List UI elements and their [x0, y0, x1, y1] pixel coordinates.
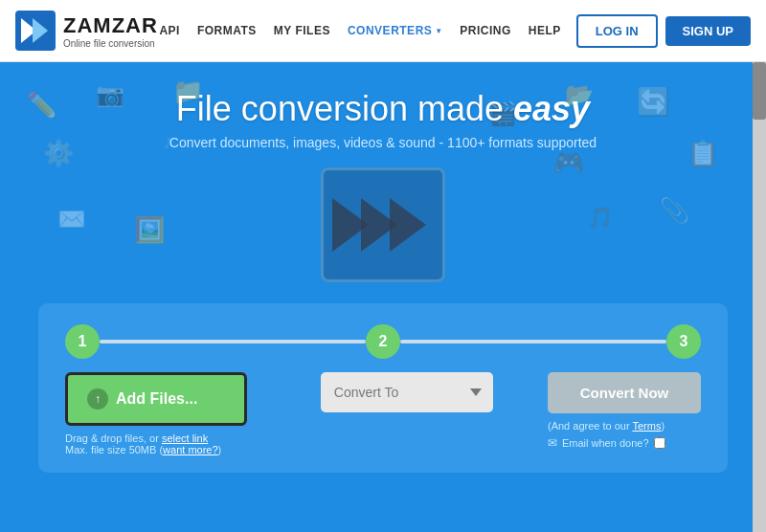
terms-text: (And agree to our Terms): [548, 420, 701, 432]
gear-icon: ⚙️: [43, 139, 74, 168]
main-nav: API FORMATS MY FILES CONVERTERS ▼ PRICIN…: [159, 24, 560, 37]
steps-track: 1 2 3: [65, 324, 701, 359]
hero-subtitle: Convert documents, images, videos & soun…: [169, 135, 597, 150]
play-arrows: [340, 198, 426, 252]
step1-circle: 1: [65, 324, 100, 359]
hero-title: File conversion made easy: [176, 89, 590, 129]
step1-col: ↑ Add Files... Drag & drop files, or sel…: [65, 372, 282, 455]
nav-formats[interactable]: FORMATS: [197, 24, 257, 37]
header: ZAMZAR Online file conversion API FORMAT…: [0, 0, 766, 62]
email-checkbox[interactable]: [654, 437, 665, 449]
conversion-panel: 1 2 3 ↑ Add Files... Drag & drop files, …: [38, 303, 728, 473]
arrow3: [390, 198, 426, 252]
steps-content: ↑ Add Files... Drag & drop files, or sel…: [65, 372, 701, 455]
envelope-icon: ✉️: [57, 206, 86, 233]
nav-help[interactable]: HELP: [529, 24, 561, 37]
nav-converters[interactable]: CONVERTERS: [348, 24, 432, 37]
scrollbar-thumb[interactable]: [753, 62, 766, 120]
add-files-button[interactable]: ↑ Add Files...: [65, 372, 247, 426]
device-icon: 🎮: [553, 148, 584, 178]
nav-api[interactable]: API: [159, 24, 180, 37]
nav-pricing[interactable]: PRICING: [460, 24, 511, 37]
nav-my-files[interactable]: MY FILES: [274, 24, 330, 37]
step-line-2: [400, 340, 666, 344]
drag-drop-text: Drag & drop files, or select link Max. f…: [65, 432, 282, 455]
play-graphic: [321, 167, 445, 282]
copy-icon: 📋: [687, 139, 718, 168]
scrollbar[interactable]: [753, 62, 766, 532]
select-link[interactable]: select link: [162, 432, 208, 444]
logo-tagline: Online file conversion: [63, 38, 158, 49]
zamzar-logo-icon: [15, 11, 56, 51]
refresh-icon: 🔄: [637, 86, 670, 118]
clipboard-icon: 📎: [659, 196, 689, 226]
want-more-link[interactable]: want more?: [163, 444, 217, 455]
step3-circle: 3: [666, 324, 701, 359]
signup-button[interactable]: SIGN UP: [665, 16, 751, 46]
step2-col: Convert To: [321, 372, 509, 412]
email-row: ✉ Email when done?: [548, 436, 701, 450]
logo-text: ZAMZAR Online file conversion: [63, 13, 158, 49]
step2-circle: 2: [366, 324, 400, 359]
convert-now-button[interactable]: Convert Now: [548, 372, 701, 413]
image-icon: 🖼️: [134, 215, 165, 245]
hero-section: ✏️ 📷 📁 ⚙️ ✉️ ♪ 🖼️ 📂 🔄 📋 📎 🎵 🎮 🎬 File con…: [0, 62, 766, 532]
nav-converters-group: CONVERTERS ▼: [348, 24, 442, 37]
logo-name: ZAMZAR: [63, 13, 158, 38]
pencil-icon: ✏️: [27, 91, 57, 121]
converters-dropdown-icon: ▼: [435, 27, 442, 35]
terms-link[interactable]: Terms: [632, 420, 661, 432]
login-button[interactable]: LOG IN: [576, 14, 658, 48]
note-icon: 🎵: [587, 206, 613, 231]
camera-icon: 📷: [96, 81, 124, 108]
convert-to-select[interactable]: Convert To: [321, 372, 493, 412]
step-line-1: [100, 340, 366, 344]
logo-area: ZAMZAR Online file conversion: [15, 11, 158, 51]
email-icon: ✉: [548, 436, 557, 450]
upload-icon: ↑: [87, 388, 108, 410]
step3-col: Convert Now (And agree to our Terms) ✉ E…: [548, 372, 701, 450]
